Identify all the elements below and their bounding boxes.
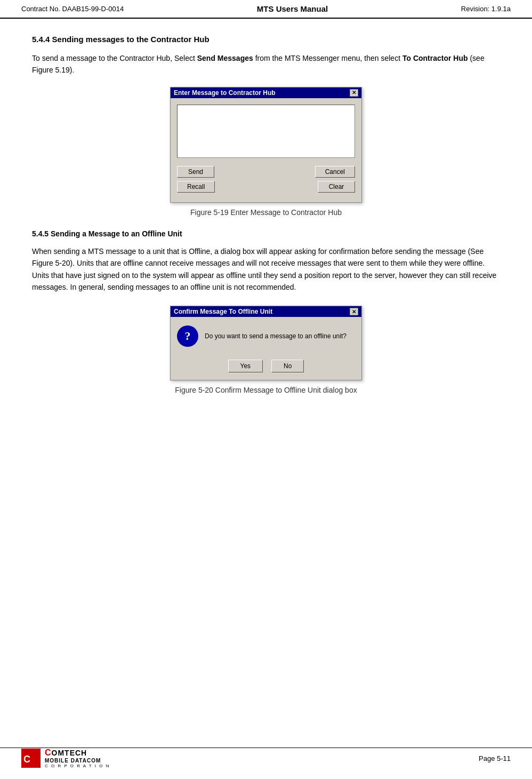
figure-519-container: Enter Message to Contractor Hub ✕ Send C… [32,87,500,217]
footer-logo: C COMTECH MOBILE DATACOM C O R P O R A T… [21,748,110,768]
recall-button[interactable]: Recall [177,181,215,193]
logo-omtech: OMTECH [52,749,87,757]
logo-text-box: COMTECH MOBILE DATACOM C O R P O R A T I… [45,748,110,768]
no-button[interactable]: No [271,360,304,372]
enter-message-dialog: Enter Message to Contractor Hub ✕ Send C… [170,87,362,203]
page-number: Page 5-11 [479,754,511,762]
logo-c: C [45,748,52,757]
dialog-buttons-row2: Recall Clear [177,181,355,193]
dialog-title-519: Enter Message to Contractor Hub [174,89,276,97]
section-545-body: When sending a MTS message to a unit tha… [32,245,500,293]
body-text-1: To send a message to the Contractor Hub,… [32,54,197,62]
clear-button[interactable]: Clear [318,181,355,193]
confirm-dialog: Confirm Message To Offline Unit ✕ ? Do y… [170,306,362,380]
confirm-dialog-body: ? Do you want to send a message to an of… [171,317,361,355]
figure-520-caption: Figure 5-20 Confirm Message to Offline U… [175,386,357,394]
page-header: Contract No. DAAB15-99-D-0014 MTS Users … [0,0,532,19]
body-bold-2: To Contractor Hub [402,54,468,62]
section-545-heading: 5.4.5 Sending a Message to an Offline Un… [32,229,500,238]
figure-520-container: Confirm Message To Offline Unit ✕ ? Do y… [32,306,500,394]
logo-corporation: C O R P O R A T I O N [45,764,110,768]
body-bold-1: Send Messages [197,54,253,62]
figure-519-caption: Figure 5-19 Enter Message to Contractor … [190,208,342,217]
logo-icon: C [21,749,41,768]
revision: Revision: 1.9.1a [461,5,511,13]
logo-main-text: COMTECH [45,748,87,758]
dialog-titlebar-519: Enter Message to Contractor Hub ✕ [171,88,361,98]
section-544-body: To send a message to the Contractor Hub,… [32,52,500,76]
question-icon: ? [177,325,198,347]
confirm-buttons: Yes No [171,355,361,380]
page-footer: C COMTECH MOBILE DATACOM C O R P O R A T… [0,748,532,768]
send-button[interactable]: Send [177,166,214,178]
dialog-title-520: Confirm Message To Offline Unit [174,308,272,315]
logo-svg: C [21,749,41,768]
dialog-close-button-519[interactable]: ✕ [350,89,358,97]
dialog-titlebar-520: Confirm Message To Offline Unit ✕ [171,306,361,317]
dialog-body-519: Send Cancel Recall Clear [171,98,361,202]
logo-mobile-datacom: MOBILE DATACOM [45,758,101,764]
confirm-message: Do you want to send a message to an offl… [205,332,346,340]
dialog-buttons-row1: Send Cancel [177,166,355,178]
message-textarea[interactable] [177,105,355,158]
section-544-heading: 5.4.4 Sending messages to the Contractor… [32,35,500,44]
yes-button[interactable]: Yes [228,360,263,372]
manual-title: MTS Users Manual [257,4,328,13]
svg-text:C: C [23,754,30,765]
contract-number: Contract No. DAAB15-99-D-0014 [21,5,124,13]
cancel-button[interactable]: Cancel [315,166,355,178]
dialog-close-button-520[interactable]: ✕ [350,308,358,315]
body-text-2: from the MTS Messenger menu, then select [253,54,402,62]
main-content: 5.4.4 Sending messages to the Contractor… [0,19,532,423]
